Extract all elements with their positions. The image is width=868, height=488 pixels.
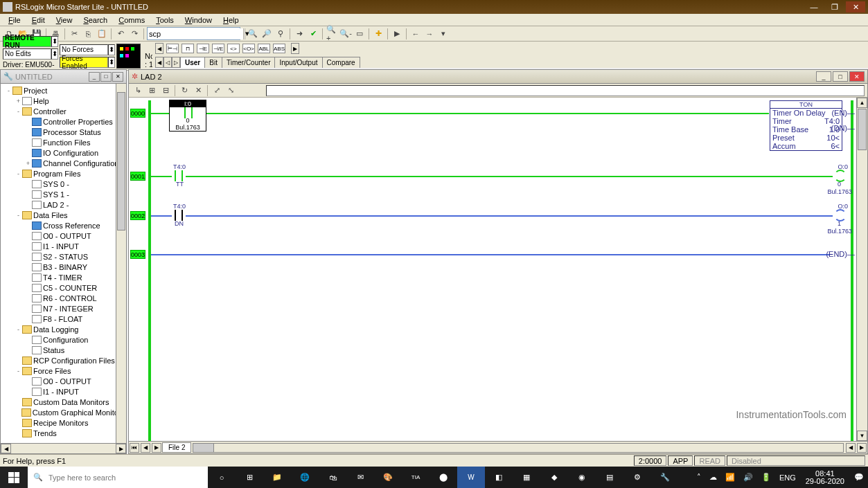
- close-button[interactable]: ✕: [846, 1, 865, 12]
- tree-node[interactable]: -Data Logging: [2, 324, 125, 334]
- lad-tool-3[interactable]: ⊟: [159, 84, 172, 97]
- ladder-hscroll[interactable]: [193, 443, 844, 453]
- mail-icon[interactable]: ✉: [346, 467, 374, 488]
- rung-number[interactable]: 0001: [130, 172, 145, 181]
- instr-xic-button[interactable]: ⊣E: [197, 44, 209, 53]
- tia-icon[interactable]: TIA: [402, 467, 429, 488]
- instrtab-nav[interactable]: ◁: [163, 57, 172, 68]
- taskview-icon[interactable]: ⊞: [236, 467, 263, 488]
- cut-button[interactable]: ✂: [68, 28, 80, 40]
- rslogix-taskbar-icon[interactable]: 🔧: [651, 467, 679, 488]
- tree-node[interactable]: -Force Files: [2, 365, 125, 376]
- tree-node[interactable]: O0 - OUTPUT: [2, 231, 125, 241]
- instr-otl-button[interactable]: <O>: [242, 44, 255, 53]
- tree-node[interactable]: Recipe Monitors: [2, 417, 125, 428]
- nav-back-button[interactable]: ←: [409, 28, 422, 40]
- instr-ote-button[interactable]: <>: [227, 44, 240, 53]
- paint-icon[interactable]: 🎨: [374, 467, 402, 488]
- instr-abs-button[interactable]: ABS: [273, 44, 285, 53]
- app-icon-2[interactable]: ▦: [513, 467, 540, 488]
- proj-max-button[interactable]: □: [100, 72, 112, 82]
- add-button[interactable]: ✚: [372, 28, 384, 40]
- taskbar-search[interactable]: 🔍 Type here to search: [28, 467, 208, 488]
- lad-close-button[interactable]: ✕: [849, 71, 865, 82]
- copy-button[interactable]: ⎘: [82, 28, 94, 40]
- tree-node[interactable]: I1 - INPUT: [2, 386, 125, 397]
- proj-close-button[interactable]: ✕: [112, 72, 123, 82]
- menu-edit[interactable]: Edit: [26, 15, 51, 25]
- instrtab-compare[interactable]: Compare: [322, 57, 360, 68]
- lad-tool-5[interactable]: ✕: [192, 84, 204, 97]
- tree-node[interactable]: Status: [2, 345, 125, 355]
- tree-node[interactable]: +Channel Configuration: [2, 158, 125, 168]
- minimize-button[interactable]: —: [804, 1, 824, 12]
- menu-help[interactable]: Help: [218, 15, 245, 25]
- menu-comms[interactable]: Comms: [113, 15, 150, 25]
- tree-node[interactable]: SYS 0 -: [2, 179, 125, 189]
- rung-number[interactable]: 0000: [130, 109, 145, 118]
- tree-node[interactable]: Trends: [2, 428, 125, 438]
- undo-button[interactable]: ↶: [114, 28, 127, 40]
- menu-window[interactable]: Window: [179, 15, 218, 25]
- zoom-in-button[interactable]: 🔍+: [326, 28, 338, 40]
- hscroll-left[interactable]: ◀: [846, 443, 856, 453]
- tray-notifications-icon[interactable]: 💬: [850, 467, 868, 488]
- tab-prev-button[interactable]: ◀: [141, 443, 150, 453]
- lad-address-box[interactable]: [266, 85, 865, 96]
- menu-file[interactable]: File: [3, 15, 26, 25]
- lad-tool-6[interactable]: ⤢: [211, 84, 223, 97]
- store-icon[interactable]: 🛍: [319, 467, 346, 488]
- xic-instruction[interactable]: [172, 210, 186, 221]
- edge-icon[interactable]: 🌐: [291, 467, 319, 488]
- tree-node[interactable]: -Controller: [2, 106, 125, 116]
- teamviewer-icon[interactable]: ◉: [568, 467, 596, 488]
- lad-tool-4[interactable]: ↻: [178, 84, 191, 97]
- xic-instruction[interactable]: [172, 170, 186, 181]
- goto-button[interactable]: ➜: [293, 28, 305, 40]
- search-combo[interactable]: ▾: [147, 27, 240, 40]
- tray-battery-icon[interactable]: 🔋: [757, 467, 775, 488]
- tab-next-button[interactable]: ▶: [152, 443, 161, 453]
- file-tab[interactable]: File 2: [162, 442, 191, 453]
- tree-node[interactable]: Configuration: [2, 334, 125, 345]
- app-icon-5[interactable]: ⚙: [623, 467, 651, 488]
- tray-lang[interactable]: ENG: [775, 467, 800, 488]
- tree-node[interactable]: -Program Files: [2, 168, 125, 179]
- tree-node[interactable]: F8 - FLOAT: [2, 314, 125, 324]
- tree-node[interactable]: R6 - CONTROL: [2, 293, 125, 303]
- instrtab-nav[interactable]: ◀: [155, 57, 163, 68]
- instrtab-bit[interactable]: Bit: [204, 57, 222, 68]
- tree-node[interactable]: B3 - BINARY: [2, 262, 125, 272]
- lad-tool-1[interactable]: ↳: [132, 84, 144, 97]
- lad-tool-2[interactable]: ⊞: [145, 84, 158, 97]
- vscroll-up[interactable]: ▲: [857, 98, 867, 108]
- tree-node[interactable]: +Help: [2, 96, 125, 106]
- mode-indicator[interactable]: REMOTE RUN: [3, 36, 51, 47]
- tree-node[interactable]: Custom Graphical Monitors: [2, 407, 125, 417]
- proj-min-button[interactable]: _: [89, 72, 100, 82]
- tree-node[interactable]: N7 - INTEGER: [2, 303, 125, 314]
- tray-cloud-icon[interactable]: ☁: [705, 467, 721, 488]
- replace-button[interactable]: ⚲: [274, 28, 287, 40]
- proj-vscroll[interactable]: [116, 84, 126, 443]
- rung-number[interactable]: 0002: [130, 211, 145, 220]
- tree-node[interactable]: Processor Status: [2, 127, 125, 137]
- instr-abl-button[interactable]: ABL: [258, 44, 270, 53]
- tree-node[interactable]: Controller Properties: [2, 116, 125, 127]
- search-input[interactable]: [149, 28, 245, 39]
- tray-wifi-icon[interactable]: 📶: [721, 467, 739, 488]
- proj-vscroll-thumb[interactable]: [117, 92, 125, 231]
- maximize-button[interactable]: ❐: [825, 1, 844, 12]
- tree-node[interactable]: SYS 1 -: [2, 189, 125, 199]
- play-button[interactable]: ▶: [391, 28, 403, 40]
- ladder-vscroll[interactable]: ▲ ▼: [856, 98, 867, 441]
- tree-node[interactable]: O0 - OUTPUT: [2, 376, 125, 386]
- tree-node[interactable]: LAD 2 -: [2, 199, 125, 210]
- lad-tool-7[interactable]: ⤡: [224, 84, 237, 97]
- lad-min-button[interactable]: _: [816, 71, 831, 82]
- fit-button[interactable]: ▭: [353, 28, 366, 40]
- tray-clock[interactable]: 08:41 29-06-2020: [800, 467, 850, 488]
- ote-instruction[interactable]: [833, 170, 848, 181]
- paste-button[interactable]: 📋: [96, 28, 108, 40]
- tree-node[interactable]: RCP Configuration Files: [2, 355, 125, 365]
